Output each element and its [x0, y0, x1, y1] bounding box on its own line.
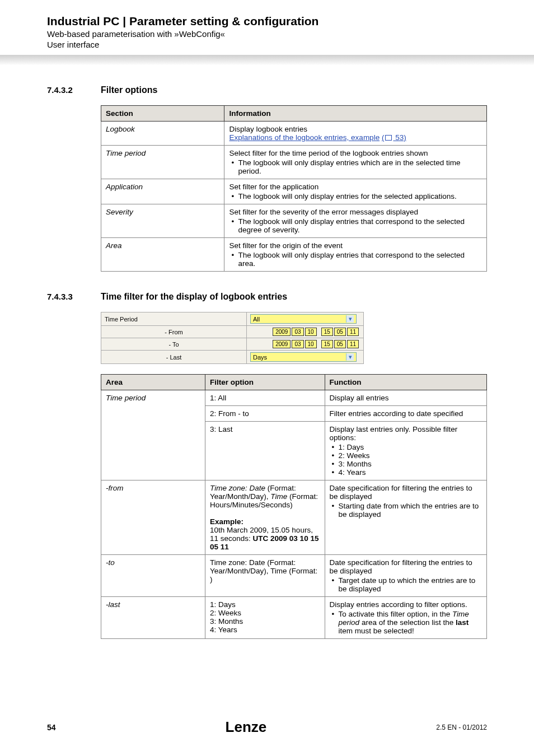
col-header-function: Function: [325, 375, 486, 390]
shot-cell: 2009 03 10 15 05 11: [247, 338, 364, 351]
cell-info: Set filter for the origin of the event T…: [224, 238, 487, 272]
cell-filter-option: 1: Days 2: Weeks 3: Months 4: Years: [205, 597, 325, 639]
page-subtitle-1: Web-based parameterisation with »WebConf…: [47, 29, 534, 39]
header-divider: [0, 55, 534, 65]
time-filter-table: Area Filter option Function Time period …: [101, 374, 487, 639]
cell-filter-option: Time zone: Date (Format: Year/Month/Day)…: [205, 555, 325, 597]
last-dropdown[interactable]: Days ▾: [250, 352, 357, 362]
cell-info: Set filter for the application The logbo…: [224, 179, 487, 204]
cell-area: -to: [101, 555, 205, 597]
content-area: 7.4.3.2 Filter options Section Informati…: [0, 85, 534, 639]
section-heading-filter-options: 7.4.3.2 Filter options: [47, 85, 487, 95]
page-number: 54: [47, 723, 56, 732]
cell-section: Application: [101, 179, 224, 204]
book-icon: [385, 135, 392, 141]
cell-info: Select filter for the time period of the…: [224, 146, 487, 179]
time-period-screenshot: Time Period All ▾ - From 2009 03 10 15 0…: [101, 312, 364, 364]
table-row: Logbook Display logbook entries Explanat…: [101, 122, 487, 146]
page-subtitle-2: User interface: [47, 40, 534, 49]
cell-filter-option: Time zone: Date (Format: Year/Month/Day)…: [205, 480, 325, 555]
cell-filter-option: 1: All: [205, 390, 325, 406]
table-row: -from Time zone: Date (Format: Year/Mont…: [101, 480, 487, 555]
cell-function: Date specification for filtering the ent…: [325, 555, 486, 597]
section-title: Time filter for the display of logbook e…: [101, 292, 287, 302]
filter-options-table: Section Information Logbook Display logb…: [101, 105, 487, 272]
shot-cell: 2009 03 10 15 05 11: [247, 326, 364, 338]
to-date-fields[interactable]: 2009 03 10 15 05 11: [250, 340, 360, 348]
explanations-link[interactable]: Explanations of the logbook entries, exa…: [229, 133, 380, 142]
col-header-filter-option: Filter option: [205, 375, 325, 390]
shot-label: - From: [101, 326, 247, 338]
cell-function: Display all entries: [325, 390, 486, 406]
cell-info: Display logbook entries Explanations of …: [224, 122, 487, 146]
cell-filter-option: 3: Last: [205, 422, 325, 480]
table-row: Severity Set filter for the severity of …: [101, 204, 487, 238]
cell-area: -last: [101, 597, 205, 639]
cell-function: Date specification for filtering the ent…: [325, 480, 486, 555]
page-title: Industrial PC | Parameter setting & conf…: [47, 15, 534, 28]
cell-function: Filter entries according to date specifi…: [325, 406, 486, 422]
col-header-information: Information: [224, 106, 487, 122]
table-row: Application Set filter for the applicati…: [101, 179, 487, 204]
shot-label: Time Period: [101, 312, 247, 326]
cell-function: Display last entries only. Possible filt…: [325, 422, 486, 480]
table-row: Area Set filter for the origin of the ev…: [101, 238, 487, 272]
cell-section: Area: [101, 238, 224, 272]
chevron-down-icon: ▾: [346, 353, 354, 361]
cell-area: Time period: [101, 390, 205, 480]
page-header: Industrial PC | Parameter setting & conf…: [0, 0, 534, 49]
doc-version: 2.5 EN - 01/2012: [436, 724, 487, 731]
section-title: Filter options: [101, 85, 157, 95]
shot-cell: All ▾: [247, 312, 364, 326]
shot-label: - Last: [101, 351, 247, 364]
lenze-logo: Lenze: [226, 718, 267, 736]
table-row: -to Time zone: Date (Format: Year/Month/…: [101, 555, 487, 597]
cell-section: Time period: [101, 146, 224, 179]
section-number: 7.4.3.2: [47, 85, 101, 95]
page-footer: 54 Lenze 2.5 EN - 01/2012: [0, 718, 534, 736]
cell-area: -from: [101, 480, 205, 555]
time-period-dropdown[interactable]: All ▾: [250, 314, 357, 324]
cell-section: Logbook: [101, 122, 224, 146]
cell-function: Display entries according to filter opti…: [325, 597, 486, 639]
cell-section: Severity: [101, 204, 224, 238]
section-heading-time-filter: 7.4.3.3 Time filter for the display of l…: [47, 292, 487, 302]
cell-info: Set filter for the severity of the error…: [224, 204, 487, 238]
cell-filter-option: 2: From - to: [205, 406, 325, 422]
col-header-area: Area: [101, 375, 205, 390]
table-row: Time period 1: All Display all entries: [101, 390, 487, 406]
shot-label: - To: [101, 338, 247, 351]
chevron-down-icon: ▾: [346, 315, 354, 323]
shot-cell: Days ▾: [247, 351, 364, 364]
col-header-section: Section: [101, 106, 224, 122]
from-date-fields[interactable]: 2009 03 10 15 05 11: [250, 328, 360, 336]
table-row: -last 1: Days 2: Weeks 3: Months 4: Year…: [101, 597, 487, 639]
section-number: 7.4.3.3: [47, 292, 101, 301]
table-row: Time period Select filter for the time p…: [101, 146, 487, 179]
